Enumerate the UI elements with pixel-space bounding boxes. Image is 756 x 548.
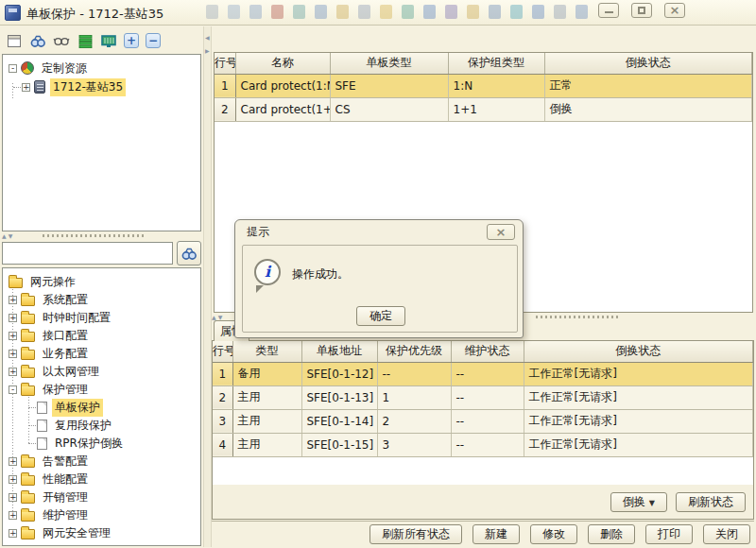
tree-item-ne-1712[interactable]: + 1712-基站35: [3, 77, 200, 96]
tree-item-interface-config[interactable]: + 接口配置: [3, 327, 200, 345]
table-cell: SFE: [330, 74, 448, 97]
folder-icon: [21, 350, 35, 360]
column-header[interactable]: 倒换状态: [524, 341, 753, 362]
dialog-ok-button[interactable]: 确定: [356, 306, 405, 326]
table-header-row: 行号 名称 单板类型 保护组类型 倒换状态: [215, 53, 752, 74]
table-row[interactable]: 1 备用 SFE[0-1-12] -- -- 工作正常[无请求]: [213, 362, 753, 385]
vertical-splitter[interactable]: ◀ ▶: [203, 26, 212, 547]
collapse-expander-icon[interactable]: -: [9, 64, 17, 73]
tree-item-service-config[interactable]: + 业务配置: [3, 345, 200, 363]
delete-button[interactable]: 删除: [588, 524, 635, 544]
table-cell: 备用: [232, 362, 301, 385]
expand-expander-icon[interactable]: +: [22, 83, 30, 92]
board-view-icon[interactable]: [100, 32, 117, 49]
column-header[interactable]: 行号: [213, 341, 232, 362]
properties-table[interactable]: 行号 类型 单板地址 保护优先级 维护状态 倒换状态 1 备用 SFE[0-1-…: [213, 341, 753, 457]
expand-expander-icon[interactable]: +: [9, 529, 17, 538]
tree-item-ms-protection[interactable]: 复用段保护: [3, 417, 200, 435]
table-row[interactable]: 2 Card protect(1+1)_68096 CS 1+1 倒换: [215, 97, 752, 121]
switch-button[interactable]: 倒换▼: [610, 492, 667, 512]
tree-item-maintenance-mgmt[interactable]: + 维护管理: [3, 506, 200, 524]
table-row[interactable]: 3 主用 SFE[0-1-14] 2 -- 工作正常[无请求]: [213, 409, 753, 433]
glasses-icon[interactable]: [53, 32, 70, 49]
tree-item-alarm-config[interactable]: + 告警配置: [3, 453, 200, 471]
maximize-button[interactable]: [631, 3, 652, 18]
column-header[interactable]: 保护组类型: [448, 53, 544, 74]
folder-icon: [21, 529, 35, 539]
expand-expander-icon[interactable]: +: [9, 332, 17, 340]
tree-item-label: 业务配置: [40, 345, 91, 363]
column-header[interactable]: 行号: [215, 53, 235, 74]
new-button[interactable]: 新建: [472, 524, 520, 544]
tree-item-label: 告警配置: [40, 453, 91, 471]
tree-item-label: 1712-基站35: [50, 78, 126, 96]
expand-expander-icon[interactable]: +: [9, 296, 17, 304]
tree-item-custom-resources[interactable]: - 定制资源: [3, 59, 200, 77]
dialog-close-button[interactable]: [487, 224, 515, 240]
tree-item-performance-config[interactable]: + 性能配置: [3, 471, 200, 488]
search-input[interactable]: [2, 242, 173, 265]
table-cell: SFE[0-1-13]: [301, 385, 377, 409]
expand-expander-icon[interactable]: +: [9, 350, 17, 358]
column-header[interactable]: 单板地址: [301, 341, 377, 362]
refresh-all-status-button[interactable]: 刷新所有状态: [369, 524, 462, 544]
table-cell: SFE[0-1-14]: [301, 409, 377, 433]
app-icon: [5, 5, 21, 21]
collapse-expander-icon[interactable]: -: [9, 385, 17, 394]
new-view-icon[interactable]: [6, 32, 23, 49]
tree-item-ne-security-mgmt[interactable]: + 网元安全管理: [3, 524, 200, 542]
expand-expander-icon[interactable]: +: [9, 475, 17, 484]
expand-expander-icon[interactable]: +: [9, 368, 17, 376]
tree-item-ethernet-mgmt[interactable]: + 以太网管理: [3, 363, 200, 381]
column-header[interactable]: 单板类型: [330, 53, 448, 74]
minimize-button[interactable]: [598, 3, 619, 18]
table-row[interactable]: 1 Card protect(1:N)_1 SFE 1:N 正常: [215, 74, 752, 97]
tree-item-label: 定制资源: [39, 60, 90, 77]
expand-all-icon[interactable]: [124, 33, 139, 48]
tree-item-protection-mgmt[interactable]: - 保护管理: [3, 381, 200, 399]
table-row[interactable]: 4 主用 SFE[0-1-15] 3 -- 工作正常[无请求]: [213, 433, 753, 456]
splitter-up-arrow-icon[interactable]: ▲: [2, 232, 7, 240]
tree-item-board-protection[interactable]: 单板保护: [3, 399, 200, 417]
close-window-button[interactable]: [664, 3, 685, 18]
tree-item-ne-operations[interactable]: 网元操作: [3, 273, 200, 291]
expand-expander-icon[interactable]: +: [9, 511, 17, 520]
table-cell: 工作正常[无请求]: [524, 409, 753, 433]
tree-item-label: 性能配置: [40, 471, 91, 488]
list-view-icon[interactable]: [77, 32, 94, 49]
left-horizontal-splitter[interactable]: ▲ ▼: [2, 231, 201, 240]
column-header[interactable]: 类型: [232, 341, 301, 362]
column-header[interactable]: 名称: [235, 53, 330, 74]
row-number-cell: 2: [213, 385, 232, 409]
folder-icon: [21, 457, 35, 468]
refresh-status-button[interactable]: 刷新状态: [676, 492, 746, 512]
expand-expander-icon[interactable]: +: [9, 493, 17, 502]
expand-expander-icon[interactable]: +: [9, 314, 17, 322]
tree-item-label: 网元安全管理: [40, 524, 113, 542]
splitter-left-arrow-icon[interactable]: ◀: [205, 34, 210, 41]
column-header[interactable]: 保护优先级: [377, 341, 451, 362]
binoculars-icon[interactable]: [29, 32, 46, 49]
protection-group-table[interactable]: 行号 名称 单板类型 保护组类型 倒换状态 1 Card protect(1:N…: [215, 53, 752, 122]
collapse-all-icon[interactable]: [146, 33, 161, 48]
table-cell: 正常: [544, 74, 752, 97]
column-header[interactable]: 维护状态: [451, 341, 524, 362]
title-bar[interactable]: 单板保护 - 1712-基站35: [0, 0, 756, 26]
column-header[interactable]: 倒换状态: [544, 53, 752, 74]
close-button[interactable]: 关闭: [703, 524, 750, 544]
splitter-right-arrow-icon[interactable]: ▶: [205, 47, 210, 54]
table-cell: --: [451, 409, 524, 433]
print-button[interactable]: 打印: [645, 524, 693, 544]
table-cell: 1:N: [448, 74, 544, 97]
tree-item-overhead-mgmt[interactable]: + 开销管理: [3, 488, 200, 506]
expand-expander-icon[interactable]: +: [9, 457, 17, 466]
table-cell: --: [451, 433, 524, 456]
table-row[interactable]: 2 主用 SFE[0-1-13] 1 -- 工作正常[无请求]: [213, 385, 753, 409]
tree-item-system-config[interactable]: + 系统配置: [3, 291, 200, 309]
search-button[interactable]: [177, 241, 201, 265]
modify-button[interactable]: 修改: [530, 524, 577, 544]
splitter-down-arrow-icon[interactable]: ▼: [9, 232, 13, 240]
switch-button-label: 倒换: [623, 495, 645, 508]
tree-item-clock-time-config[interactable]: + 时钟时间配置: [3, 309, 200, 327]
tree-item-rpr-protection[interactable]: RPR保护倒换: [3, 435, 200, 453]
